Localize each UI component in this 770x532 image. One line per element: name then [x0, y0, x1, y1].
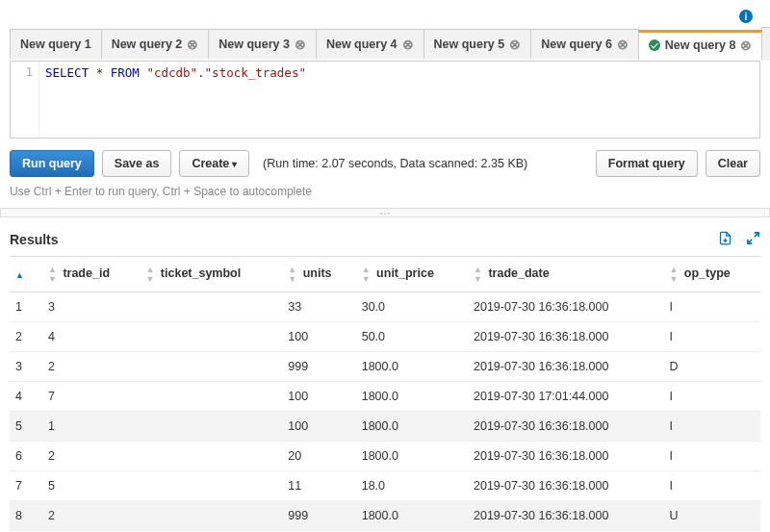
cell-trade_id: 2	[42, 442, 140, 471]
tab-query-2[interactable]: New query 2⊗	[101, 29, 210, 59]
cell-ticket_symbol	[140, 471, 282, 501]
editor-code[interactable]: SELECT * FROM "cdcdb"."stock_trades"	[39, 62, 312, 138]
cell-ticket_symbol	[140, 352, 282, 382]
cell-trade_id: 3	[42, 292, 140, 322]
create-button[interactable]: Create	[179, 150, 249, 177]
cell-trade_date: 2019-07-30 17:01:44.000	[468, 382, 663, 412]
editor-gutter: 1	[11, 62, 39, 138]
cell-ticket_symbol	[140, 382, 282, 412]
sql-keyword: SELECT	[45, 65, 89, 80]
tab-label: New query 8	[665, 38, 736, 52]
add-tab-button[interactable]: +	[761, 27, 770, 61]
column-trade_date[interactable]: ▲▼ trade_date	[468, 257, 663, 292]
cell-n: 6	[10, 442, 42, 471]
clear-button[interactable]: Clear	[706, 150, 760, 177]
column-op_type[interactable]: ▲▼ op_type	[663, 257, 760, 292]
cell-units: 20	[282, 442, 355, 471]
cell-unit_price: 1800.0	[356, 412, 468, 442]
cell-n: 7	[10, 471, 42, 501]
cell-units: 33	[282, 292, 355, 322]
success-check-icon	[649, 39, 660, 51]
tab-query-3[interactable]: New query 3⊗	[208, 29, 317, 59]
sort-icon: ▲▼	[145, 265, 154, 284]
cell-op_type: I	[663, 471, 760, 501]
tab-query-5[interactable]: New query 5⊗	[424, 29, 532, 59]
tab-label: New query 4	[326, 38, 398, 51]
tab-label: New query 2	[112, 38, 183, 51]
sort-icon: ▲▼	[474, 265, 482, 284]
expand-icon[interactable]	[746, 231, 760, 248]
save-as-button[interactable]: Save as	[102, 150, 172, 177]
tab-query-4[interactable]: New query 4⊗	[316, 29, 424, 59]
table-row[interactable]: 829991800.02019-07-30 16:36:18.000U	[10, 501, 760, 531]
tabs-bar: New query 1New query 2⊗New query 3⊗New q…	[10, 27, 760, 62]
column-unit_price[interactable]: ▲▼ unit_price	[356, 257, 468, 292]
close-icon[interactable]: ⊗	[617, 38, 629, 51]
cell-op_type: I	[663, 292, 760, 322]
close-icon[interactable]: ⊗	[402, 38, 414, 51]
cell-n: 1	[10, 292, 42, 322]
table-row[interactable]: 2410050.02019-07-30 16:36:18.000I	[10, 322, 760, 352]
column-trade_id[interactable]: ▲▼ trade_id	[42, 257, 140, 292]
cell-trade_id: 1	[42, 412, 140, 442]
cell-units: 999	[282, 352, 355, 382]
close-icon[interactable]: ⊗	[295, 38, 306, 51]
cell-op_type: I	[663, 382, 760, 412]
cell-trade_id: 2	[42, 501, 140, 531]
cell-n: 3	[10, 352, 42, 382]
sort-icon: ▲▼	[48, 265, 57, 284]
sql-editor[interactable]: 1 SELECT * FROM "cdcdb"."stock_trades"	[10, 62, 760, 139]
cell-ticket_symbol	[140, 501, 282, 531]
table-row[interactable]: 133330.02019-07-30 16:36:18.000I	[10, 292, 760, 322]
cell-trade_date: 2019-07-30 16:36:18.000	[468, 322, 663, 352]
column-units[interactable]: ▲▼ units	[282, 257, 355, 292]
tab-query-1[interactable]: New query 1	[10, 29, 102, 59]
table-row[interactable]: 329991800.02019-07-30 16:36:18.000D	[10, 352, 760, 382]
cell-trade_id: 5	[42, 471, 140, 501]
run-query-button[interactable]: Run query	[10, 150, 94, 177]
cell-trade_date: 2019-07-30 16:36:18.000	[468, 442, 663, 471]
table-row[interactable]: 62201800.02019-07-30 16:36:18.000I	[10, 442, 760, 471]
cell-n: 5	[10, 412, 42, 442]
toolbar: Run query Save as Create (Run time: 2.07…	[10, 139, 760, 183]
cell-op_type: D	[663, 352, 760, 382]
close-icon[interactable]: ⊗	[509, 38, 521, 51]
cell-op_type: I	[663, 322, 760, 352]
results-title: Results	[10, 232, 59, 247]
cell-n: 8	[10, 501, 42, 531]
cell-trade_date: 2019-07-30 16:36:18.000	[468, 501, 663, 531]
info-icon[interactable]: i	[739, 10, 753, 23]
results-table: ▲▲▼ trade_id▲▼ ticket_symbol▲▼ units▲▼ u…	[10, 256, 760, 531]
download-icon[interactable]	[718, 231, 732, 248]
cell-units: 999	[282, 501, 355, 531]
cell-trade_id: 7	[42, 382, 140, 412]
table-row[interactable]: 751118.02019-07-30 16:36:18.000I	[10, 471, 760, 501]
tab-label: New query 5	[434, 38, 505, 51]
cell-ticket_symbol	[140, 292, 282, 322]
cell-unit_price: 1800.0	[356, 501, 468, 531]
cell-unit_price: 1800.0	[356, 442, 468, 471]
cell-ticket_symbol	[140, 322, 282, 352]
cell-op_type: U	[663, 501, 760, 531]
cell-unit_price: 30.0	[356, 292, 468, 322]
cell-trade_date: 2019-07-30 16:36:18.000	[468, 471, 663, 501]
column-index[interactable]: ▲	[10, 257, 42, 292]
tab-query-6[interactable]: New query 6⊗	[530, 29, 639, 59]
cell-trade_date: 2019-07-30 16:36:18.000	[468, 412, 663, 442]
cell-trade_id: 4	[42, 322, 140, 352]
close-icon[interactable]: ⊗	[740, 38, 752, 52]
cell-op_type: I	[663, 442, 760, 471]
cell-unit_price: 50.0	[356, 322, 468, 352]
cell-ticket_symbol	[140, 412, 282, 442]
cell-units: 100	[282, 382, 355, 412]
table-row[interactable]: 511001800.02019-07-30 16:36:18.000I	[10, 412, 760, 442]
column-ticket_symbol[interactable]: ▲▼ ticket_symbol	[140, 257, 282, 292]
cell-trade_date: 2019-07-30 16:36:18.000	[468, 292, 663, 322]
sql-text: *	[89, 65, 111, 80]
tab-query-7[interactable]: New query 8⊗	[638, 30, 763, 60]
format-query-button[interactable]: Format query	[596, 150, 698, 177]
table-row[interactable]: 471001800.02019-07-30 17:01:44.000I	[10, 382, 760, 412]
cell-unit_price: 1800.0	[356, 382, 468, 412]
close-icon[interactable]: ⊗	[187, 38, 198, 51]
pane-divider[interactable]	[0, 208, 770, 217]
